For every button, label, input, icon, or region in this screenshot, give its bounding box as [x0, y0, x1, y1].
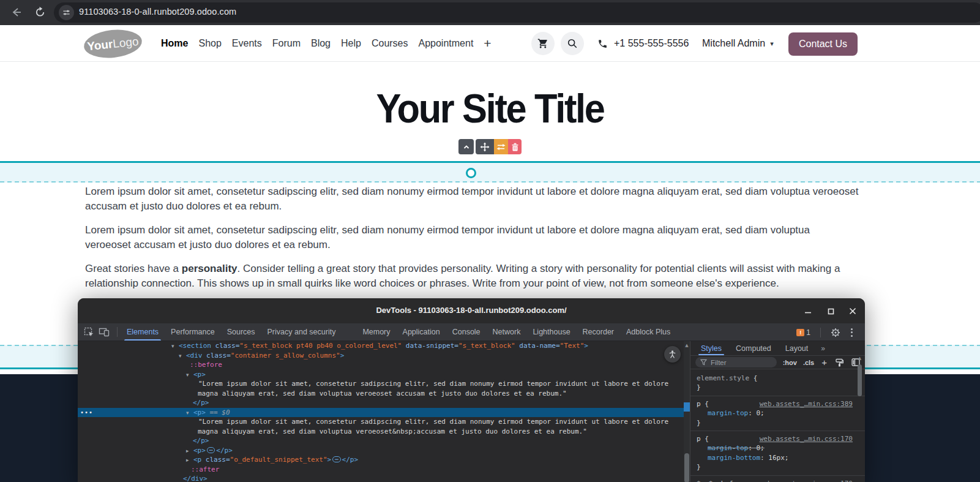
dom-tree-row[interactable]: ▾<section class="s_text_block pt40 pb40 … [78, 341, 684, 351]
devtools-tab-performance[interactable]: Performance [165, 323, 221, 341]
device-toolbar-icon[interactable] [99, 327, 110, 337]
toggle-hover-button[interactable]: :hov [783, 359, 797, 366]
css-rule[interactable]: *, *::before,web.assets_…min.css:170 [690, 476, 865, 482]
stylesheet-link[interactable]: web.assets_…min.css:170 [760, 434, 853, 443]
paint-icon[interactable] [835, 358, 843, 367]
devtools-tab-network[interactable]: Network [487, 323, 527, 341]
dom-tree-row[interactable]: magna aliquyam erat, sed diam voluptua v… [78, 389, 684, 399]
stylesheet-link[interactable]: web.assets_…min.css:170 [760, 479, 853, 482]
devtools-tab-recorder[interactable]: Recorder [577, 323, 620, 341]
closing-brace: } [690, 418, 865, 427]
contact-us-button[interactable]: Contact Us [788, 32, 858, 56]
dom-tree-row[interactable]: "Lorem ipsum dolor sit amet, consetetur … [78, 417, 684, 427]
code-token: </p> [216, 446, 233, 454]
nav-item-events[interactable]: Events [232, 38, 262, 49]
code-token: data-name= [515, 342, 560, 350]
chevron-up-icon [462, 143, 471, 151]
more-tabs-icon[interactable]: » [821, 344, 824, 353]
cart-button[interactable] [531, 32, 555, 55]
expand-ellipsis-icon[interactable]: ⋯ [332, 456, 340, 462]
css-rule[interactable]: p {web.assets_…min.css:389margin-top: 0;… [690, 396, 865, 431]
back-icon[interactable] [10, 5, 23, 20]
dom-tree-row[interactable]: ▸<p>⋯</p> [78, 446, 684, 456]
devtools-tab-memory[interactable]: Memory [356, 323, 396, 341]
nav-item-appointment[interactable]: Appointment [419, 38, 474, 49]
phone-link[interactable]: +1 555-555-5556 [597, 25, 689, 62]
styles-tab-layout[interactable]: Layout [783, 341, 811, 355]
accessibility-icon[interactable] [664, 346, 681, 363]
scroll-up-icon[interactable]: ▲ [684, 343, 690, 348]
nav-item-help[interactable]: Help [341, 38, 361, 49]
search-button[interactable] [561, 32, 584, 55]
scroll-up-icon[interactable]: ▲ [857, 356, 862, 361]
stylesheet-link[interactable]: web.assets_…min.css:389 [760, 399, 853, 409]
devtools-tab-lighthouse[interactable]: Lighthouse [526, 323, 576, 341]
paragraph: Great stories have a personality. Consid… [85, 262, 840, 290]
site-logo[interactable]: YourLogo [83, 27, 143, 61]
issues-badge[interactable]: ! 1 [796, 328, 810, 337]
css-declaration[interactable]: margin-top: 0; [690, 443, 865, 453]
settings-gear-icon[interactable] [831, 328, 840, 337]
dom-tree-row[interactable]: </div> [78, 474, 684, 482]
dom-tree-row[interactable]: ::before [78, 360, 684, 370]
css-rule[interactable]: element.style {} [690, 371, 865, 396]
dom-tree-row[interactable]: </p> [78, 398, 684, 408]
styles-scrollbar[interactable]: ▲ [857, 355, 862, 482]
nav-item-forum[interactable]: Forum [272, 38, 301, 49]
swap-button[interactable] [494, 139, 508, 154]
devtools-titlebar[interactable]: DevTools - 91103063-18-0-all.runbot209.o… [78, 298, 865, 323]
scrollbar-thumb[interactable] [684, 453, 689, 482]
css-declaration[interactable]: margin-top: 0; [690, 409, 865, 418]
add-page-icon[interactable]: + [484, 36, 491, 51]
devtools-tab-application[interactable]: Application [397, 323, 446, 341]
close-button[interactable] [848, 306, 858, 316]
css-rule[interactable]: p {web.assets_…min.css:170margin-top: 0;… [690, 431, 865, 476]
devtools-tab-console[interactable]: Console [446, 323, 487, 341]
dom-tree-row[interactable]: •••▾<p> == $0 [78, 408, 684, 418]
code-token: class= [203, 352, 231, 360]
more-options-icon[interactable] [847, 327, 856, 338]
new-style-rule-button[interactable]: + [821, 357, 827, 367]
user-menu[interactable]: Mitchell Admin ▾ [702, 25, 774, 62]
inspect-element-icon[interactable] [84, 327, 94, 337]
maximize-button[interactable] [826, 306, 836, 316]
minimize-button[interactable] [803, 306, 813, 316]
elements-scrollbar[interactable]: ▲ [684, 341, 690, 482]
styles-tab-computed[interactable]: Computed [733, 341, 774, 355]
css-declaration[interactable]: margin-bottom: 16px; [690, 453, 865, 462]
code-token: ▾ [171, 342, 179, 352]
reload-icon[interactable] [34, 6, 46, 19]
dom-tree-row[interactable]: ▾<div class="container s_allow_columns"> [78, 351, 684, 361]
dom-tree-row[interactable]: "Lorem ipsum dolor sit amet, consetetur … [78, 379, 684, 389]
code-token: ::after [191, 465, 219, 473]
dom-tree-row[interactable]: ▸<p class="o_default_snippet_text">⋯</p> [78, 455, 684, 465]
dom-tree-row[interactable]: ▾<p> [78, 370, 684, 380]
dom-tree-row[interactable]: ::after [78, 465, 684, 475]
elements-tree[interactable]: ▾<section class="s_text_block pt40 pb40 … [78, 341, 684, 482]
dom-tree-row[interactable]: </p> [78, 436, 684, 446]
toggle-class-button[interactable]: .cls [803, 359, 814, 366]
dropzone-handle[interactable] [466, 168, 476, 178]
devtools-tab-elements[interactable]: Elements [121, 323, 165, 341]
address-bar[interactable]: 91103063-18-0-all.runbot209.odoo.com [54, 2, 980, 23]
code-token: </div> [183, 475, 208, 482]
devtools-tab-adblock-plus[interactable]: Adblock Plus [620, 323, 676, 341]
nav-item-blog[interactable]: Blog [311, 38, 331, 49]
collapse-button[interactable] [458, 139, 474, 154]
delete-button[interactable] [508, 139, 522, 154]
devtools-title: DevTools - 91103063-18-0-all.runbot209.o… [78, 306, 865, 315]
move-button[interactable] [476, 139, 494, 154]
expand-ellipsis-icon[interactable]: ⋯ [207, 447, 215, 453]
site-settings-icon[interactable] [59, 5, 74, 20]
nav-item-home[interactable]: Home [161, 38, 188, 49]
browser-toolbar: 91103063-18-0-all.runbot209.odoo.com [0, 0, 980, 25]
styles-filter-input[interactable]: Filter [695, 357, 777, 367]
devtools-tab-privacy-and-security[interactable]: Privacy and security [261, 323, 342, 341]
styles-tab-styles[interactable]: Styles [698, 341, 724, 355]
dom-tree-row[interactable]: magna aliquyam erat, sed diam voluptua v… [78, 427, 684, 437]
url-text[interactable]: 91103063-18-0-all.runbot209.odoo.com [79, 7, 236, 17]
nav-item-courses[interactable]: Courses [372, 38, 408, 49]
scrollbar-thumb[interactable] [858, 364, 862, 396]
devtools-tab-sources[interactable]: Sources [221, 323, 261, 341]
nav-item-shop[interactable]: Shop [198, 38, 221, 49]
